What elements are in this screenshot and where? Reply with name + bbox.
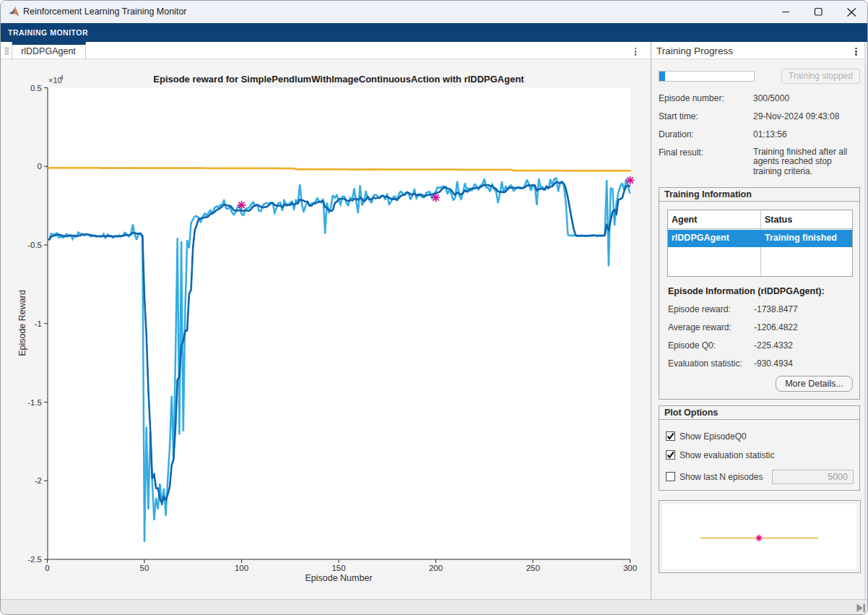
svg-text:-2.5: -2.5 — [27, 555, 42, 564]
svg-text:0: 0 — [38, 162, 42, 171]
svg-text:50: 50 — [140, 564, 149, 572]
svg-text:250: 250 — [526, 564, 539, 572]
svg-text:150: 150 — [331, 564, 345, 572]
svg-text:200: 200 — [429, 564, 443, 572]
svg-text:Episode Reward: Episode Reward — [17, 290, 27, 356]
svg-text:-0.5: -0.5 — [27, 241, 42, 249]
svg-text:-1.5: -1.5 — [27, 398, 42, 407]
svg-text:-2: -2 — [35, 476, 42, 485]
svg-text:300: 300 — [623, 564, 637, 572]
svg-text:Episode reward for SimplePendl: Episode reward for SimplePendlumWithImag… — [153, 74, 524, 85]
svg-text:0: 0 — [45, 564, 49, 572]
svg-text:100: 100 — [235, 564, 248, 572]
svg-text:Episode Number: Episode Number — [305, 573, 372, 583]
svg-text:0.5: 0.5 — [30, 84, 42, 93]
svg-text:4: 4 — [60, 74, 64, 81]
svg-text:-1: -1 — [35, 319, 42, 328]
